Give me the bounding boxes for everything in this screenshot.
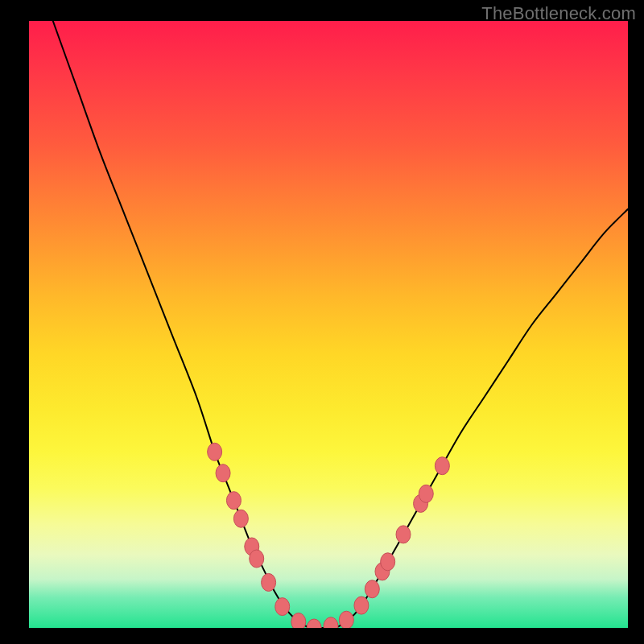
data-marker (226, 492, 241, 510)
data-marker (339, 611, 353, 628)
data-marker (419, 485, 433, 502)
data-marker (354, 597, 369, 614)
bottleneck-curve-svg (29, 21, 628, 628)
data-marker (216, 464, 230, 482)
marker-group (208, 443, 450, 628)
data-marker (262, 573, 276, 591)
data-marker (435, 457, 449, 475)
bottleneck-curve (53, 21, 628, 628)
chart-frame: TheBottleneck.com (0, 0, 644, 644)
data-marker (208, 443, 222, 460)
data-marker (307, 619, 321, 628)
data-marker (250, 550, 264, 568)
data-marker (381, 553, 395, 571)
data-marker (291, 613, 306, 628)
data-marker (396, 526, 411, 543)
watermark-label: TheBottleneck.com (481, 3, 636, 24)
plot-area (29, 21, 628, 628)
data-marker (233, 510, 248, 527)
data-marker (275, 598, 290, 616)
data-marker (365, 580, 379, 598)
data-marker (324, 617, 338, 628)
